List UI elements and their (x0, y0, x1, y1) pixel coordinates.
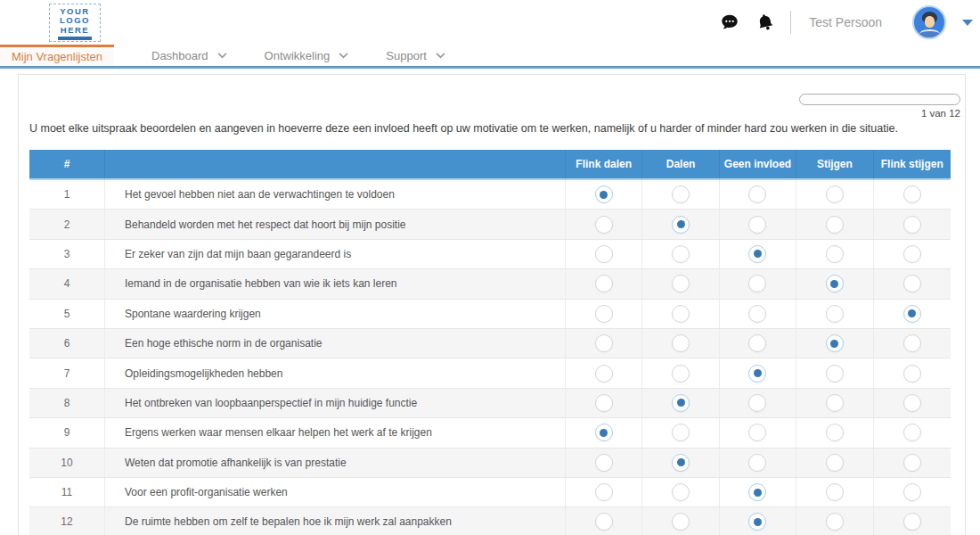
radio-flink-stijgen-row-7[interactable] (903, 365, 921, 383)
chevron-down-icon (217, 53, 227, 59)
radio-flink-stijgen-row-11[interactable] (903, 483, 921, 501)
option-cell-flink-stijgen (874, 507, 951, 535)
nav-tab-mijn-vragenlijsten[interactable]: Mijn Vragenlijsten (0, 45, 114, 66)
radio-flink-dalen-row-11[interactable] (595, 483, 613, 501)
option-cell-stijgen (796, 240, 873, 268)
radio-dalen-row-12[interactable] (672, 513, 690, 531)
row-number: 6 (29, 329, 105, 358)
radio-flink-dalen-row-8[interactable] (595, 394, 613, 412)
option-cell-flink-stijgen (874, 210, 951, 238)
radio-geen-invloed-row-6[interactable] (748, 334, 766, 352)
radio-dalen-row-5[interactable] (672, 305, 690, 323)
radio-geen-invloed-row-7[interactable] (748, 365, 766, 383)
user-menu-caret-icon[interactable] (962, 20, 973, 26)
radio-dalen-row-11[interactable] (672, 483, 690, 501)
radio-flink-stijgen-row-2[interactable] (903, 216, 921, 234)
user-name: Test Persoon (809, 15, 882, 29)
col-header-flink-stijgen: Flink stijgen (874, 150, 951, 180)
radio-stijgen-row-8[interactable] (826, 394, 844, 412)
radio-stijgen-row-12[interactable] (826, 513, 844, 531)
radio-flink-dalen-row-6[interactable] (595, 334, 613, 352)
radio-stijgen-row-3[interactable] (826, 245, 844, 263)
radio-flink-stijgen-row-4[interactable] (903, 275, 921, 292)
radio-flink-dalen-row-3[interactable] (595, 245, 613, 263)
radio-flink-dalen-row-4[interactable] (595, 275, 613, 292)
radio-flink-stijgen-row-3[interactable] (903, 245, 921, 263)
chat-icon[interactable] (719, 12, 740, 33)
col-header-geen-invloed: Geen invloed (720, 150, 796, 180)
radio-flink-dalen-row-7[interactable] (595, 365, 613, 383)
radio-flink-dalen-row-10[interactable] (595, 454, 613, 472)
col-header-number: # (29, 150, 105, 180)
radio-flink-dalen-row-1[interactable] (595, 185, 613, 203)
nav-tab-dashboard[interactable]: Dashboard (151, 49, 227, 62)
nav-label: Dashboard (151, 49, 208, 62)
radio-geen-invloed-row-11[interactable] (748, 483, 766, 501)
row-number: 11 (29, 478, 105, 506)
radio-geen-invloed-row-10[interactable] (748, 454, 766, 472)
radio-stijgen-row-5[interactable] (826, 305, 844, 323)
radio-stijgen-row-7[interactable] (826, 365, 844, 383)
radio-dalen-row-4[interactable] (672, 275, 690, 292)
statement-text: Er zeker van zijn dat mijn baan gegarand… (105, 240, 566, 268)
radio-stijgen-row-2[interactable] (826, 216, 844, 234)
radio-flink-stijgen-row-12[interactable] (903, 513, 921, 531)
bell-icon[interactable] (755, 12, 776, 33)
progress-bar (799, 94, 960, 105)
radio-dalen-row-6[interactable] (672, 334, 690, 352)
radio-stijgen-row-4[interactable] (826, 275, 844, 292)
avatar[interactable] (912, 5, 946, 39)
radio-flink-stijgen-row-5[interactable] (903, 305, 921, 323)
radio-flink-dalen-row-9[interactable] (595, 424, 613, 441)
option-cell-dalen (642, 180, 719, 209)
radio-geen-invloed-row-3[interactable] (748, 245, 766, 263)
table-row: 9Ergens werken waar mensen elkaar helpen… (29, 418, 951, 448)
radio-flink-stijgen-row-10[interactable] (903, 454, 921, 472)
table-row: 2Behandeld worden met het respect dat ho… (29, 210, 951, 239)
radio-geen-invloed-row-4[interactable] (748, 275, 766, 292)
radio-flink-dalen-row-2[interactable] (595, 216, 613, 234)
nav-tab-support[interactable]: Support (386, 49, 445, 62)
radio-dalen-row-9[interactable] (672, 424, 690, 441)
option-cell-geen-invloed (720, 389, 796, 417)
radio-flink-stijgen-row-1[interactable] (903, 185, 921, 203)
radio-geen-invloed-row-5[interactable] (748, 305, 766, 323)
radio-stijgen-row-6[interactable] (826, 334, 844, 352)
statement-text: Ergens werken waar mensen elkaar helpen … (105, 418, 566, 447)
radio-flink-stijgen-row-9[interactable] (903, 424, 921, 441)
radio-dalen-row-1[interactable] (672, 185, 690, 203)
radio-stijgen-row-1[interactable] (826, 185, 844, 203)
option-cell-geen-invloed (720, 210, 796, 238)
radio-flink-stijgen-row-8[interactable] (903, 394, 921, 412)
radio-stijgen-row-11[interactable] (826, 483, 844, 501)
table-row: 4Iemand in de organisatie hebben van wie… (29, 269, 951, 299)
radio-dalen-row-8[interactable] (672, 394, 690, 412)
option-cell-flink-dalen (566, 389, 642, 417)
option-cell-stijgen (796, 210, 873, 238)
radio-geen-invloed-row-1[interactable] (748, 185, 766, 203)
statement-text: Een hoge ethische norm in de organisatie (105, 329, 566, 358)
option-cell-flink-dalen (566, 180, 642, 209)
radio-stijgen-row-10[interactable] (826, 454, 844, 472)
radio-geen-invloed-row-12[interactable] (748, 513, 766, 531)
radio-geen-invloed-row-9[interactable] (748, 424, 766, 441)
option-cell-geen-invloed (720, 478, 796, 506)
radio-geen-invloed-row-8[interactable] (748, 394, 766, 412)
nav-tab-ontwikkeling[interactable]: Ontwikkeling (265, 49, 349, 62)
table-row: 8Het ontbreken van loopbaanperspectief i… (29, 389, 951, 418)
row-number: 5 (29, 300, 105, 328)
radio-dalen-row-10[interactable] (672, 454, 690, 472)
radio-geen-invloed-row-2[interactable] (748, 216, 766, 234)
radio-dalen-row-2[interactable] (672, 216, 690, 234)
header-divider (790, 11, 791, 34)
row-number: 4 (29, 269, 105, 298)
statement-text: Het gevoel hebben niet aan de verwachtin… (105, 180, 566, 209)
option-cell-flink-dalen (566, 358, 642, 387)
radio-flink-dalen-row-5[interactable] (595, 305, 613, 323)
radio-stijgen-row-9[interactable] (826, 424, 844, 441)
radio-dalen-row-3[interactable] (672, 245, 690, 263)
radio-flink-stijgen-row-6[interactable] (903, 334, 921, 352)
radio-flink-dalen-row-12[interactable] (595, 513, 613, 531)
nav-label: Mijn Vragenlijsten (12, 50, 102, 63)
radio-dalen-row-7[interactable] (672, 365, 690, 383)
